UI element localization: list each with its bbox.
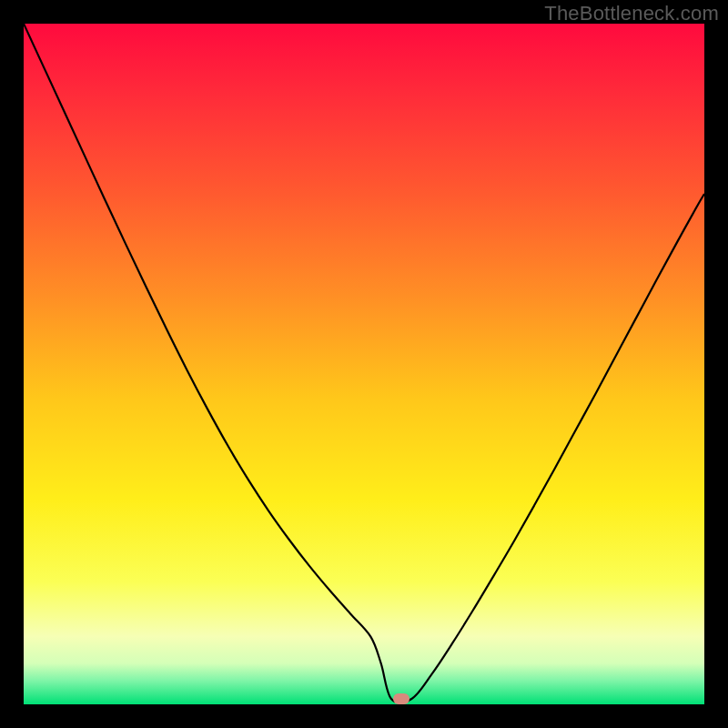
bottleneck-curve <box>24 24 704 704</box>
optimum-marker <box>393 693 410 704</box>
watermark-text: TheBottleneck.com <box>544 2 719 25</box>
plot-area <box>24 24 704 704</box>
chart-frame: TheBottleneck.com <box>0 0 728 728</box>
